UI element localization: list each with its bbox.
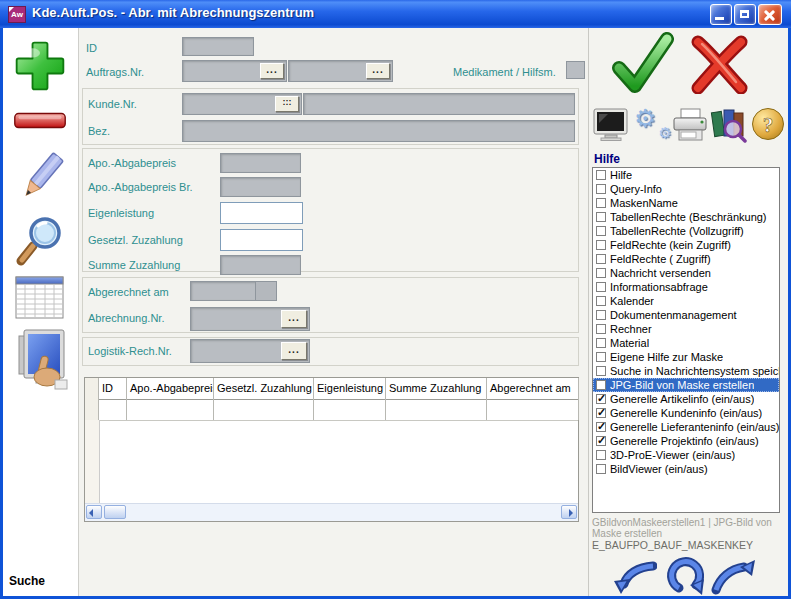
help-list-item[interactable]: TabellenRechte (Beschränkung): [593, 210, 779, 224]
add-icon[interactable]: [12, 37, 68, 95]
logistik-lookup-button[interactable]: ...: [281, 342, 307, 360]
scroll-left-button[interactable]: [86, 505, 102, 519]
grid-empty-cell: [487, 399, 579, 420]
help-list-item[interactable]: Generelle Lieferanteninfo (ein/aus): [593, 420, 779, 434]
unchecked-checkbox-icon[interactable]: [596, 254, 606, 264]
minimize-glyph: [715, 17, 724, 20]
search-magnifier-icon[interactable]: [13, 214, 67, 270]
help-list-item[interactable]: Rechner: [593, 322, 779, 336]
checked-checkbox-icon[interactable]: [596, 422, 606, 432]
help-list-item[interactable]: Informationsabfrage: [593, 280, 779, 294]
row-selector-column: [85, 420, 100, 504]
help-list-item[interactable]: Suche in Nachrichtensystem speich: [593, 364, 779, 378]
grid-empty-cell: [99, 399, 127, 420]
unchecked-checkbox-icon[interactable]: [596, 366, 606, 376]
unchecked-checkbox-icon[interactable]: [596, 310, 606, 320]
eigenleistung-field[interactable]: [220, 202, 303, 224]
help-list-item[interactable]: Kalender: [593, 294, 779, 308]
unchecked-checkbox-icon[interactable]: [596, 338, 606, 348]
help-list-item[interactable]: JPG-Bild von Maske erstellen: [593, 378, 779, 392]
unchecked-checkbox-icon[interactable]: [596, 170, 606, 180]
unchecked-checkbox-icon[interactable]: [596, 352, 606, 362]
minimize-icon[interactable]: [710, 4, 732, 25]
checked-checkbox-icon[interactable]: [596, 436, 606, 446]
help-list-item[interactable]: Hilfe: [593, 168, 779, 182]
scroll-right-button[interactable]: [561, 505, 577, 519]
help-list-item[interactable]: MaskenName: [593, 196, 779, 210]
kunde-lookup-button[interactable]: :::: [275, 96, 299, 112]
help-options-list[interactable]: HilfeQuery-InfoMaskenNameTabellenRechte …: [592, 167, 780, 513]
auftrag-lookup-button-2[interactable]: ...: [366, 63, 390, 79]
close-icon[interactable]: [758, 4, 782, 25]
apo-preis-br-field: [220, 177, 301, 197]
unchecked-checkbox-icon[interactable]: [596, 226, 606, 236]
unchecked-checkbox-icon[interactable]: [596, 296, 606, 306]
svg-text:?: ?: [763, 113, 774, 137]
cancel-x-icon[interactable]: [688, 34, 750, 94]
help-list-item[interactable]: 3D-ProE-Viewer (ein/aus): [593, 448, 779, 462]
unchecked-checkbox-icon[interactable]: [596, 464, 606, 474]
unchecked-checkbox-icon[interactable]: [596, 380, 606, 390]
unchecked-checkbox-icon[interactable]: [596, 324, 606, 334]
help-list-item[interactable]: TabellenRechte (Vollzugriff): [593, 224, 779, 238]
unchecked-checkbox-icon[interactable]: [596, 198, 606, 208]
abrechnung-lookup-button[interactable]: ...: [281, 310, 307, 328]
horizontal-scrollbar[interactable]: [85, 503, 578, 521]
grid-column-header[interactable]: Apo.-Abgabepreis: [127, 378, 214, 399]
help-list-item[interactable]: Dokumentenmanagement: [593, 308, 779, 322]
maximize-icon[interactable]: [734, 4, 756, 25]
unchecked-checkbox-icon[interactable]: [596, 268, 606, 278]
help-item-label: TabellenRechte (Vollzugriff): [610, 225, 744, 237]
positions-grid: IDApo.-AbgabepreisGesetzl. ZuzahlungEige…: [84, 377, 579, 522]
help-list-item[interactable]: BildViewer (ein/aus): [593, 462, 779, 476]
help-item-label: FeldRechte (kein Zugriff): [610, 239, 731, 251]
maximize-glyph: [740, 10, 749, 18]
grid-column-header[interactable]: Gesetzl. Zuzahlung: [214, 378, 314, 399]
grid-column-header[interactable]: Eigenleistung: [314, 378, 386, 399]
checked-checkbox-icon[interactable]: [596, 394, 606, 404]
app-icon-label: Aw: [11, 10, 23, 19]
auftrag-lookup-button-1[interactable]: ...: [260, 63, 284, 79]
gears-icon[interactable]: ⚙ ⚙: [634, 104, 672, 142]
grid-column-header[interactable]: Abgerechnet am: [487, 378, 579, 399]
touch-screen-icon[interactable]: [11, 328, 71, 392]
monitor-icon[interactable]: [593, 108, 629, 142]
printer-icon[interactable]: [671, 108, 709, 142]
help-list-item[interactable]: Nachricht versenden: [593, 266, 779, 280]
help-list-item[interactable]: Generelle Projektinfo (ein/aus): [593, 434, 779, 448]
unchecked-checkbox-icon[interactable]: [596, 212, 606, 222]
help-list-item[interactable]: Eigene Hilfe zur Maske: [593, 350, 779, 364]
back-arrow-icon[interactable]: [611, 559, 657, 595]
help-list-item[interactable]: Material: [593, 336, 779, 350]
unchecked-checkbox-icon[interactable]: [596, 450, 606, 460]
books-search-icon[interactable]: [710, 105, 748, 143]
help-list-item[interactable]: Generelle Kundeninfo (ein/aus): [593, 406, 779, 420]
help-item-label: Suche in Nachrichtensystem speich: [610, 365, 779, 377]
ok-check-icon[interactable]: [610, 30, 674, 96]
help-list-item[interactable]: FeldRechte (kein Zugriff): [593, 238, 779, 252]
apo-preis-field: [220, 153, 301, 173]
grid-column-header[interactable]: Summe Zuzahlung: [386, 378, 487, 399]
forward-arrow-icon[interactable]: [711, 556, 757, 596]
grid-empty-cell: [314, 399, 386, 420]
title-bar[interactable]: Aw Kde.Auft.Pos. - Abr. mit Abrechnungsz…: [0, 0, 791, 28]
checked-checkbox-icon[interactable]: [596, 408, 606, 418]
gear-large-glyph: ⚙: [634, 104, 656, 133]
grid-column-header[interactable]: ID: [99, 378, 127, 399]
delete-icon[interactable]: [12, 110, 68, 132]
table-grid-icon[interactable]: [15, 276, 65, 320]
help-list-item[interactable]: FeldRechte ( Zugriff): [593, 252, 779, 266]
refresh-arrow-icon[interactable]: [665, 554, 707, 596]
scrollbar-thumb[interactable]: [104, 505, 126, 519]
gesetzl-zuzahlung-field[interactable]: [220, 229, 303, 251]
unchecked-checkbox-icon[interactable]: [596, 282, 606, 292]
help-list-item[interactable]: Query-Info: [593, 182, 779, 196]
edit-pencil-icon[interactable]: [11, 148, 69, 208]
unchecked-checkbox-icon[interactable]: [596, 184, 606, 194]
help-question-icon[interactable]: ?: [751, 107, 785, 141]
abgerechnet-label: Abgerechnet am: [88, 286, 169, 298]
help-list-item[interactable]: Generelle Artikelinfo (ein/aus): [593, 392, 779, 406]
help-item-label: Rechner: [610, 323, 652, 335]
window-content: Suche ID Auftrags.Nr. ... ... Medikament…: [3, 28, 788, 596]
unchecked-checkbox-icon[interactable]: [596, 240, 606, 250]
